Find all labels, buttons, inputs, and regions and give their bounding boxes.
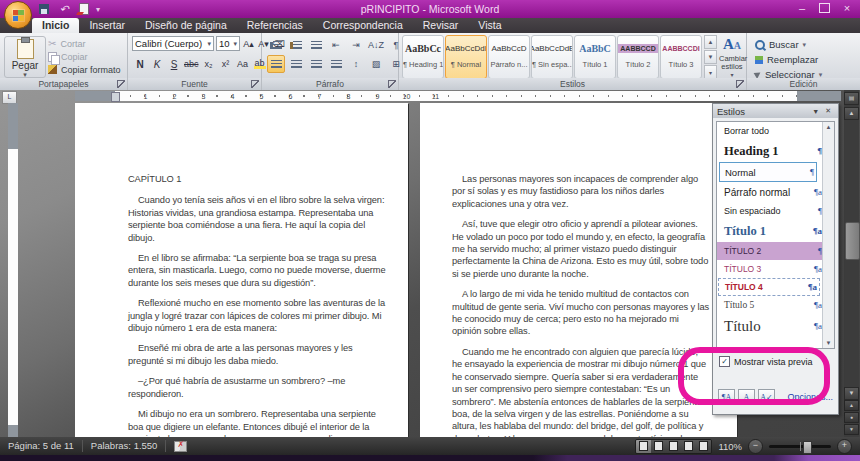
indent-marker[interactable]: [111, 92, 120, 102]
previous-page-button[interactable]: ▲: [844, 400, 859, 411]
scroll-down-icon[interactable]: ▼: [844, 387, 859, 400]
vertical-scrollbar[interactable]: ▤ ▲ ▼ ▲ ● ▼: [844, 90, 859, 437]
style-item-titulo-5[interactable]: Título 5¶a: [717, 296, 824, 314]
line-spacing-button[interactable]: ↕: [347, 55, 365, 73]
style-chip-normal[interactable]: AaBbCcDdI ¶ Normal: [445, 35, 487, 79]
print-preview-button[interactable]: [76, 2, 92, 16]
select-browse-object-button[interactable]: ●: [844, 412, 859, 423]
decrease-indent-button[interactable]: ⇤: [327, 36, 345, 54]
styles-list-scrollbar[interactable]: ▲▼: [822, 122, 834, 348]
grow-font-button[interactable]: A▴: [242, 36, 255, 51]
styles-pane-header[interactable]: Estilos ▼ ✕: [713, 104, 838, 118]
change-styles-button[interactable]: AA Cambiar estilos ▾: [719, 35, 745, 79]
fuente-dialog-launcher[interactable]: [251, 80, 259, 88]
style-chip-titulo-3[interactable]: AABBCCDI Título 3: [660, 35, 702, 79]
ruler-toggle-button[interactable]: ▤: [844, 92, 859, 105]
next-page-button[interactable]: ▼: [844, 424, 859, 435]
maximize-button[interactable]: [819, 3, 830, 13]
justify-button[interactable]: [327, 55, 345, 73]
style-chip-titulo-2[interactable]: AABBCCD Título 2: [617, 35, 659, 79]
shading-button[interactable]: ▨: [367, 55, 385, 73]
scrollbar-track[interactable]: [845, 122, 858, 383]
tab-insertar[interactable]: Insertar: [79, 18, 135, 33]
undo-button[interactable]: ↶: [56, 2, 72, 16]
style-item-titulo-1[interactable]: Título 1¶a: [717, 220, 824, 242]
scrollbar-thumb[interactable]: [845, 222, 860, 260]
zoom-out-button[interactable]: −: [748, 439, 763, 454]
zoom-level[interactable]: 110%: [718, 441, 742, 452]
cut-button[interactable]: ✂Cortar: [48, 37, 126, 50]
style-item-titulo-3[interactable]: TÍTULO 3¶a: [717, 260, 824, 278]
gallery-scroll-down-button[interactable]: ▼: [704, 50, 717, 64]
full-screen-view-button[interactable]: [651, 440, 666, 453]
gallery-more-button[interactable]: ▾: [704, 65, 717, 79]
multilevel-list-button[interactable]: [307, 36, 325, 54]
page-5[interactable]: CAPÍTULO 1 Cuando yo tenía seis años vi …: [75, 103, 408, 437]
zoom-slider-thumb[interactable]: [803, 441, 812, 454]
tab-revisar[interactable]: Revisar: [413, 18, 469, 33]
italic-button[interactable]: K: [149, 55, 165, 73]
paste-button[interactable]: Pegar ▾: [4, 36, 46, 78]
web-layout-view-button[interactable]: [666, 440, 681, 453]
style-item-parrafo-normal[interactable]: Párrafo normal¶a: [717, 182, 824, 202]
horizontal-ruler[interactable]: 1234567891011: [75, 91, 841, 101]
align-center-button[interactable]: [287, 55, 305, 73]
style-item-titulo[interactable]: Título¶a: [717, 314, 824, 338]
tab-correspondencia[interactable]: Correspondencia: [313, 18, 413, 33]
format-painter-button[interactable]: Copiar formato: [48, 63, 126, 76]
styles-pane-menu-button[interactable]: ▼: [809, 108, 822, 115]
sort-button[interactable]: A↓Z: [367, 36, 385, 54]
align-left-button[interactable]: [267, 55, 285, 73]
vertical-ruler[interactable]: [8, 103, 18, 437]
save-button[interactable]: [36, 2, 52, 16]
qat-customize-button[interactable]: ▾: [96, 5, 100, 14]
zoom-slider[interactable]: [769, 445, 831, 448]
paragraph: Así, tuve que elegir otro oficio y apren…: [452, 218, 710, 280]
styles-pane-close-icon[interactable]: ✕: [822, 107, 834, 115]
change-case-button[interactable]: Aa: [235, 55, 251, 73]
tab-inicio[interactable]: Inicio: [32, 18, 79, 33]
style-item-normal[interactable]: Normal¶: [719, 162, 817, 182]
strikethrough-button[interactable]: abc: [183, 55, 200, 73]
style-chip-titulo-1[interactable]: AaBbC Título 1: [574, 35, 616, 79]
tab-vista[interactable]: Vista: [468, 18, 511, 33]
bullets-button[interactable]: [267, 36, 285, 54]
outline-view-button[interactable]: [681, 440, 696, 453]
increase-indent-button[interactable]: ⇥: [347, 36, 365, 54]
style-chip-sin-espaciado[interactable]: AaBbCcDdE ¶ Sin espa...: [531, 35, 573, 79]
tab-diseno-de-pagina[interactable]: Diseño de página: [135, 18, 237, 33]
underline-button[interactable]: S: [166, 55, 182, 73]
minimize-button[interactable]: –: [795, 2, 809, 14]
page-indicator[interactable]: Página: 5 de 11: [0, 440, 83, 452]
style-item-sin-espaciado[interactable]: Sin espaciado¶: [717, 202, 824, 220]
zoom-in-button[interactable]: +: [837, 439, 852, 454]
subscript-button[interactable]: x₂: [201, 55, 217, 73]
parrafo-dialog-launcher[interactable]: [388, 80, 396, 88]
scroll-up-icon[interactable]: ▲: [844, 107, 859, 120]
style-chip-parrafo-normal[interactable]: AaBbCcD Párrafo n...: [488, 35, 530, 79]
align-right-button[interactable]: [307, 55, 325, 73]
style-item-titulo-2[interactable]: TÍTULO 2¶a: [717, 242, 828, 260]
print-layout-view-button[interactable]: [636, 440, 651, 453]
replace-button[interactable]: Reemplazar: [755, 53, 818, 66]
font-size-select[interactable]: 10▾: [216, 36, 240, 51]
draft-view-button[interactable]: [696, 440, 711, 453]
font-family-select[interactable]: Calibri (Cuerpo)▾: [132, 36, 214, 51]
style-item-heading-1[interactable]: Heading 1¶: [717, 140, 824, 162]
tab-referencias[interactable]: Referencias: [237, 18, 313, 33]
clear-all-item[interactable]: Borrar todo: [717, 122, 834, 140]
portapapeles-dialog-launcher[interactable]: [117, 80, 125, 88]
bold-button[interactable]: N: [132, 55, 148, 73]
spellcheck-icon[interactable]: [174, 441, 187, 452]
style-item-titulo-4[interactable]: TÍTULO 4¶a: [718, 278, 820, 296]
style-chip-heading-1[interactable]: AaBbCc ¶ Heading 1: [402, 35, 444, 79]
find-button[interactable]: Buscar▾: [755, 38, 806, 51]
numbering-button[interactable]: [287, 36, 305, 54]
word-count[interactable]: Palabras: 1.550: [83, 440, 167, 452]
office-button[interactable]: [4, 1, 32, 29]
superscript-button[interactable]: x²: [218, 55, 234, 73]
gallery-scroll-up-button[interactable]: ▲: [704, 35, 717, 49]
close-button[interactable]: ×: [840, 2, 854, 14]
copy-button[interactable]: Copiar: [48, 50, 126, 63]
estilos-dialog-launcher[interactable]: [736, 80, 744, 88]
